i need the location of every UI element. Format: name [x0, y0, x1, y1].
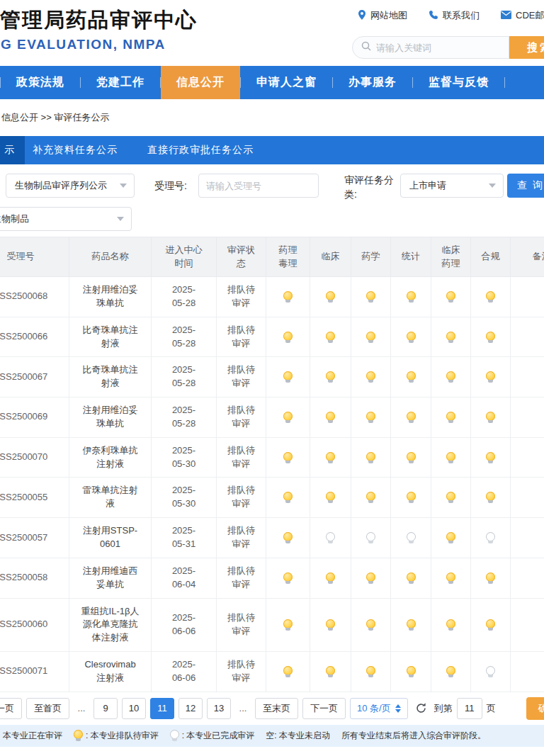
nav-item-active[interactable]: 信息公开: [161, 66, 240, 99]
sequence-select[interactable]: 生物制品审评序列公示: [6, 174, 135, 198]
cell-entry-date: 2025- 05-28: [152, 397, 217, 438]
prev-page-button[interactable]: 上一页: [0, 698, 22, 719]
ellipsis-left: ...: [74, 703, 89, 713]
product-type-select[interactable]: 生物制品: [0, 207, 132, 231]
bulb-queued-icon: [486, 291, 495, 303]
site-search: 搜索: [352, 36, 544, 59]
bulb-queued-icon: [446, 532, 455, 543]
bulb-queued-icon: [486, 371, 495, 383]
legend-queued-label: : 本专业排队待审评: [86, 730, 159, 742]
cell-discipline-status: [310, 317, 351, 357]
tab-review-tasks-active[interactable]: 示: [0, 136, 25, 164]
bulb-queued-icon: [446, 371, 455, 383]
tab-supplementary-tasks[interactable]: 补充资料任务公示: [33, 144, 118, 157]
cell-drug-name: Clesrovimab注射液: [69, 652, 152, 692]
page-button-12[interactable]: 12: [178, 698, 203, 719]
refresh-icon[interactable]: [415, 702, 427, 714]
cell-drug-name: 伊奈利珠单抗注射液: [69, 437, 152, 478]
cell-discipline-status: [351, 478, 391, 518]
breadcrumb[interactable]: 信息公开 >> 审评任务公示: [0, 99, 544, 136]
cell-acceptance-no: XSS2500071: [0, 652, 69, 692]
cell-acceptance-no: XSS2500070: [0, 437, 69, 478]
nav-item[interactable]: 党建工作: [81, 66, 160, 99]
table-row: XSS2500055雷珠单抗注射液2025- 05-30排队待 审评: [0, 478, 544, 518]
cell-review-status: 排队待 审评: [217, 397, 266, 438]
page-button-11-active[interactable]: 11: [150, 698, 174, 719]
search-button[interactable]: 搜索: [509, 36, 544, 59]
cell-drug-name: 比奇珠单抗注射液: [69, 317, 152, 357]
bulb-queued-icon: [407, 572, 416, 584]
goto-page-input[interactable]: [457, 698, 482, 719]
bulb-queued-icon: [326, 412, 335, 423]
task-category-value: 上市申请: [409, 179, 446, 192]
cell-discipline-status: [471, 558, 511, 598]
page-size-select[interactable]: 10 条/页: [350, 698, 408, 719]
nav-item[interactable]: 监督与反馈: [413, 66, 504, 99]
bulb-queued-icon: [283, 532, 293, 543]
cell-discipline-status: [431, 518, 471, 558]
tab-direct-approval-tasks[interactable]: 直接行政审批任务公示: [147, 144, 254, 157]
cell-discipline-status: [310, 357, 351, 397]
cell-discipline-status: [266, 558, 310, 598]
sitemap-link[interactable]: 网站地图: [358, 9, 407, 22]
confirm-button[interactable]: 确定: [526, 697, 544, 720]
cell-discipline-status: [266, 437, 310, 478]
cell-discipline-status: [471, 518, 511, 558]
cell-entry-date: 2025- 06-06: [152, 652, 217, 692]
next-page-button[interactable]: 下一页: [302, 698, 346, 719]
acceptance-no-input[interactable]: [198, 174, 319, 198]
cell-review-status: 排队待 审评: [217, 652, 266, 692]
cell-drug-name: 注射用维迪西妥单抗: [69, 558, 152, 598]
cell-discipline-status: [351, 518, 391, 558]
column-header: 临床 药理: [431, 237, 471, 277]
cell-discipline-status: [351, 277, 391, 317]
cell-discipline-status: [266, 277, 310, 317]
cell-discipline-status: [471, 277, 511, 317]
column-header: 受理号: [0, 237, 69, 277]
chevron-down-icon: [120, 184, 127, 188]
nav-item[interactable]: 政策法规: [1, 66, 80, 99]
cell-acceptance-no: XSS2500069: [0, 397, 69, 438]
task-category-select[interactable]: 上市申请: [400, 174, 504, 198]
bulb-queued-icon: [326, 371, 335, 383]
bulb-queued-icon: [446, 492, 455, 503]
table-row: XSS2500070伊奈利珠单抗注射液2025- 05-30排队待 审评: [0, 437, 544, 478]
nav-item[interactable]: 办事服务: [333, 66, 412, 99]
bulb-queued-icon: [283, 332, 293, 343]
cell-discipline-status: [310, 397, 351, 438]
table-row: XSS2500060重组抗IL-1β人源化单克隆抗体注射液2025- 06-06…: [0, 598, 544, 652]
task-category-label: 审评任务分 类:: [344, 174, 398, 201]
bulb-queued-icon: [366, 619, 375, 631]
task-table: 受理号药品名称进入中心 时间审评状 态药理 毒理临床药学统计临床 药理合规备注 …: [0, 237, 544, 692]
cell-discipline-status: [471, 478, 511, 518]
cell-discipline-status: [266, 518, 310, 558]
contact-link[interactable]: 联系我们: [429, 9, 480, 22]
bulb-queued-icon: [283, 572, 293, 584]
cde-mail-link[interactable]: CDE邮箱: [501, 9, 544, 22]
first-page-button[interactable]: 至首页: [26, 698, 69, 719]
last-page-button[interactable]: 至末页: [255, 698, 298, 719]
cell-discipline-status: [351, 357, 391, 397]
cell-discipline-status: [351, 558, 391, 598]
mail-icon: [501, 11, 511, 21]
cell-discipline-status: [471, 437, 511, 478]
search-icon: [361, 41, 371, 54]
cell-discipline-status: [471, 357, 511, 397]
cell-drug-name: 雷珠单抗注射液: [69, 478, 152, 518]
filter-panel: 生物制品审评序列公示 受理号: 审评任务分 类: 上市申请 查 询 生物制品: [0, 164, 544, 237]
cell-entry-date: 2025- 05-31: [152, 518, 217, 558]
nav-item[interactable]: 申请人之窗: [241, 66, 332, 99]
bulb-queued-icon: [283, 492, 293, 503]
page-button-10[interactable]: 10: [122, 698, 146, 719]
cell-discipline-status: [391, 558, 431, 598]
cell-entry-date: 2025- 06-06: [152, 598, 217, 652]
cell-discipline-status: [266, 317, 310, 357]
query-button[interactable]: 查 询: [507, 174, 544, 198]
search-input[interactable]: [376, 43, 493, 53]
cell-discipline-status: [391, 518, 431, 558]
cell-discipline-status: [431, 652, 471, 692]
bulb-queued-icon: [446, 291, 455, 303]
page-button-13[interactable]: 13: [207, 698, 231, 719]
bulb-done-icon: [366, 532, 375, 543]
page-button-9[interactable]: 9: [94, 698, 118, 719]
